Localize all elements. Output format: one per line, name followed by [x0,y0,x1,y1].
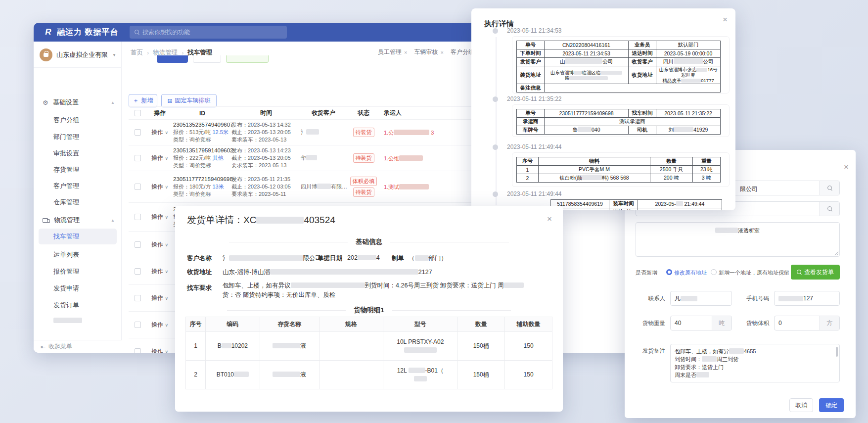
row-checkbox[interactable] [135,322,141,328]
timeline-dot [493,96,498,102]
cancel-button[interactable]: 取消 [789,398,813,412]
sidebar-item-inventory[interactable]: 存货管理 [53,165,79,174]
sidebar-item-warehouse[interactable]: 仓库管理 [53,198,79,207]
status-badge: 体积必填 [350,177,377,186]
clipped-button-blue[interactable] [157,55,188,63]
row-checkbox[interactable] [135,214,141,220]
sidebar-item-waybills[interactable]: 运单列表 [53,250,79,259]
volume-unit: 方 [820,316,839,330]
status-badge: 待装货 [353,188,374,197]
brand-title: 融运力 数据平台 [57,27,118,38]
customer-name: 氵 [301,129,319,135]
weight-label: 货物重量 [636,320,665,327]
order-id: 2305135179591409602 [173,147,229,154]
resize-handle[interactable] [834,251,838,255]
company-selector[interactable]: 山东虚拟企业有限... ▼ [40,48,117,61]
sidebar-item-shipping-orders[interactable]: 发货订单 [53,301,79,310]
execution-details-dialog: 执行详情 × 2023-05-11 21:34:53 单号 CN20220804… [471,8,735,210]
timeline-dot [493,144,498,150]
close-icon[interactable]: × [440,49,443,55]
radio-new-label[interactable]: 新增一个地址，原有地址保留 [719,269,789,277]
view-shipment-button[interactable]: 查看发货单 [791,265,840,280]
add-button[interactable]: ＋新增 [129,94,157,107]
section-goods-detail: 货物明细1 [175,306,563,315]
tab-vehicle-audit[interactable]: 车辆审核× [414,48,443,56]
goods-row: 2 BT010 液 12L -B01（ 150桶 150 [186,361,552,389]
row-action-dropdown[interactable]: 操作 ∨ [151,213,168,220]
recv-addr-label: 收货地址 [187,268,212,277]
scrollbar-thumb[interactable] [836,347,838,357]
row-action-dropdown[interactable]: 操作 ∨ [151,154,168,161]
brand: R 融运力 数据平台 [44,27,118,38]
fixed-vehicle-schedule-button[interactable]: ⊞固定车辆排班 [161,94,217,107]
tab-employee[interactable]: 员工管理× [378,48,407,56]
sidebar-item-department[interactable]: 部门管理 [53,133,79,141]
close-icon[interactable]: × [723,15,728,24]
timeline-line [496,37,497,205]
sidebar-item-customers[interactable]: 客户管理 [53,182,79,190]
row-checkbox[interactable] [135,348,141,353]
load-time-table: 5117858354409619 装车时间 2023-05- 21:49:44 … [550,199,722,210]
sidebar-item-customer-groups[interactable]: 客户分组 [53,116,79,125]
row-action-dropdown[interactable]: 操作 ∨ [151,294,168,301]
close-icon[interactable]: × [404,49,407,55]
gear-icon: ⚙ [43,99,49,106]
sidebar-item-approval[interactable]: 审批设置 [53,149,79,158]
plus-icon: ＋ [133,96,139,105]
close-icon[interactable]: × [844,163,849,171]
brand-logo-icon: R [44,27,53,37]
row-checkbox[interactable] [135,295,141,301]
radio-new-address[interactable] [711,269,717,275]
row-checkbox[interactable] [135,155,141,161]
schedule-icon: ⊞ [167,97,172,104]
clipped-button-green[interactable] [226,55,269,63]
radio-modify-address[interactable] [666,269,672,275]
row-checkbox[interactable] [135,241,141,248]
timeline-card: 单号 CN20220804416161 业务员 默认部门 下单时间2023-05… [512,36,730,94]
sidebar-group-basic-settings[interactable]: ⚙ 基础设置 ▲ [43,98,115,107]
row-checkbox[interactable] [135,268,141,275]
sidebar-item-quotes[interactable]: 报价管理 [53,267,79,276]
sidebar-item-find-truck[interactable]: 找车管理 [39,229,117,244]
timeline-dot [493,191,498,197]
global-search-input[interactable]: 搜索你想找的功能 [130,26,287,39]
order-info-table: 单号 CN20220804416161 业务员 默认部门 下单时间2023-05… [516,41,721,93]
bag-icon [44,53,48,57]
row-action-dropdown[interactable]: 操作 ∨ [151,348,168,353]
sidebar: 山东虚拟企业有限... ▼ ⚙ 基础设置 ▲ 客户分组 部门管理 审批设置 存货… [34,42,122,353]
select-all-checkbox[interactable] [135,110,141,116]
company-avatar [40,48,52,61]
row-action-dropdown[interactable]: 操作 ∨ [151,268,168,275]
length-link[interactable]: 13米 [212,184,224,189]
search-button[interactable] [820,181,839,195]
row-action-dropdown[interactable]: 操作 ∨ [151,183,168,190]
table-row: 操作 ∨ 2305117772159409698 报价：180元/方 13米 类… [129,171,524,203]
confirm-button[interactable]: 确定 [819,398,844,412]
close-icon[interactable]: × [547,215,552,223]
shipping-note-textarea[interactable]: 包卸车、上楼，如有异4655 到货时间：周三到货 卸货要求：送货上门 周末是否 [670,344,840,382]
date-value: 2024 [347,254,380,261]
clipped-button-white[interactable] [193,55,221,63]
breadcrumb-home[interactable]: 首页 [131,48,143,57]
radio-modify-label[interactable]: 修改原有地址 [674,269,707,277]
search-icon [797,270,802,275]
row-checkbox[interactable] [135,184,141,190]
collapse-icon: ⇤ [41,343,46,350]
timeline-dot [493,28,498,34]
row-action-dropdown[interactable]: 操作 ∨ [151,321,168,328]
volume-input[interactable]: 0 方 [774,316,840,330]
collapse-menu-button[interactable]: ⇤ 收起菜单 [34,340,122,353]
sidebar-group-logistics[interactable]: 物流管理 ▲ [43,216,115,225]
row-action-dropdown[interactable]: 操作 ∨ [151,129,168,136]
sidebar-item-shipping-request[interactable]: 发货申请 [53,284,79,293]
truck-info-table: 单号 2305117772159409698 找车时间 2023-05-11 2… [516,109,721,135]
contact-input[interactable]: 凡 [670,291,732,306]
row-action-dropdown[interactable]: 操作 ∨ [151,241,168,248]
weight-input[interactable]: 40 吨 [670,316,732,330]
row-checkbox[interactable] [135,129,141,136]
phone-input[interactable]: 127 [774,291,840,306]
length-link[interactable]: 其他 [212,155,223,161]
length-link[interactable]: 12.5米 [212,129,228,135]
address-textarea[interactable]: 液透析室 [636,222,840,257]
search-button[interactable] [820,202,839,216]
